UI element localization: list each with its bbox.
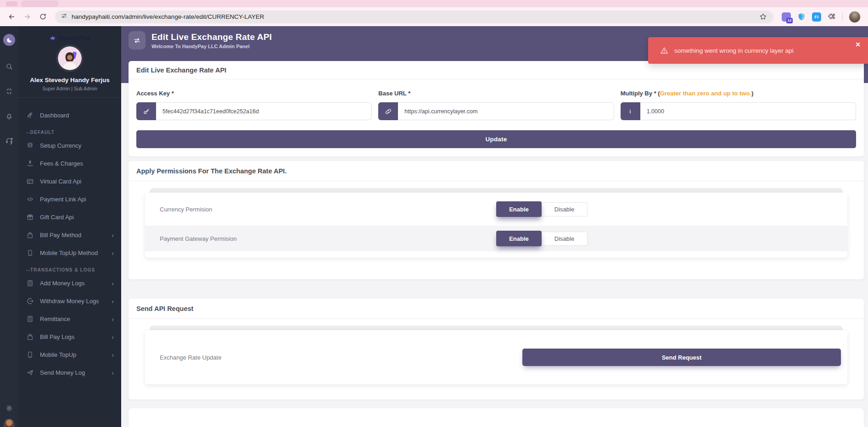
browser-tab[interactable] [21, 0, 59, 7]
sidebar-item-mobile-topup[interactable]: Mobile TopUp› [18, 346, 121, 364]
user-name: Alex Stevedy Handy Ferjus [18, 77, 121, 83]
sidebar-item-virtual-card-api[interactable]: Virtual Card Api [18, 172, 121, 190]
sidebar: HandyPay Alex Stevedy Handy Ferjus Super… [18, 26, 121, 427]
user-role: Super Admin | Sub Admin [18, 86, 121, 91]
sidebar-item-label: Gift Card Api [40, 214, 74, 221]
base-url-input[interactable] [398, 102, 614, 120]
extensions-area: 12 FI [782, 11, 861, 23]
reload-button[interactable] [36, 10, 50, 24]
sidebar-item-send-money-log[interactable]: Send Money Log› [18, 364, 121, 382]
permission-toggle-group: EnableDisable [496, 231, 588, 246]
browser-tabstrip [0, 0, 868, 7]
icon-rail [0, 26, 18, 427]
chevron-right-icon: › [112, 232, 114, 238]
rail-bottom [4, 404, 15, 427]
forward-button[interactable] [20, 10, 34, 24]
sidebar-item-label: Virtual Card Api [40, 178, 81, 185]
calc-icon [26, 279, 34, 287]
access-key-input[interactable] [156, 102, 372, 120]
permissions-card: Apply Permissions For The Exchange Rate … [129, 161, 864, 279]
sidebar-item-dashboard[interactable]: Dashboard [18, 106, 121, 124]
shield-extension-icon[interactable] [797, 12, 806, 22]
address-bar[interactable]: handypayhaiti.com/admin/live/exchange-ra… [55, 11, 773, 23]
chevron-right-icon: › [112, 316, 114, 322]
sidebar-item-label: Bill Pay Logs [40, 333, 74, 340]
sidebar-item-bill-pay-logs[interactable]: Bill Pay Logs› [18, 328, 121, 346]
fi-extension-icon[interactable]: FI [812, 12, 821, 22]
back-button[interactable] [5, 10, 18, 24]
gift-icon [26, 213, 34, 221]
nav-section-default: --Default [26, 130, 121, 135]
app-logo[interactable]: HandyPay [18, 26, 121, 42]
sidebar-item-payment-link-api[interactable]: Payment Link Api [18, 190, 121, 208]
withdraw-icon [26, 297, 34, 305]
send-request-button[interactable]: Send Request [522, 349, 841, 366]
sidebar-nav: Dashboard--DefaultSetup CurrencyFees & C… [18, 98, 121, 382]
fees-icon [26, 160, 34, 167]
page-header: Edit Live Exchange Rate API Welcome To H… [129, 31, 272, 50]
sidebar-item-fees-charges[interactable]: Fees & Charges [18, 155, 121, 172]
logo-text: HandyPay [59, 34, 90, 42]
user-avatar[interactable] [58, 46, 82, 70]
enable-button[interactable]: Enable [496, 201, 542, 217]
next-card-partial [129, 408, 864, 427]
bookmark-star-icon[interactable] [759, 12, 768, 22]
settings-gear-icon[interactable] [5, 404, 13, 412]
arrow-left-icon [8, 13, 16, 21]
sidebar-item-label: Add Money Logs [40, 280, 85, 287]
card-icon [26, 177, 34, 185]
exchange-arrows-icon [129, 31, 146, 50]
api-request-row: Exchange Rate Update Send Request [145, 330, 847, 384]
sidebar-item-mobile-topup-method[interactable]: Mobile TopUp Method› [18, 244, 121, 262]
toolbar-separator [842, 13, 843, 21]
update-button[interactable]: Update [136, 130, 856, 148]
dark-mode-toggle[interactable] [3, 34, 15, 46]
extension-icon[interactable]: 12 [782, 12, 791, 22]
chevron-right-icon: › [112, 351, 114, 358]
url-text[interactable]: handypayhaiti.com/admin/live/exchange-ra… [72, 13, 264, 20]
bag-icon [26, 231, 34, 239]
calc-icon [26, 315, 34, 323]
sidebar-item-remittance[interactable]: Remittance› [18, 310, 121, 328]
sidebar-item-bill-pay-method[interactable]: Bill Pay Method› [18, 226, 121, 244]
notifications-bell-icon[interactable] [5, 112, 13, 120]
tab-thumb-small[interactable] [6, 1, 17, 6]
toast-message: something went wrong in currency layer a… [674, 47, 794, 54]
base-url-field: Base URL * [378, 90, 614, 120]
permissions-list: Currency PermisionEnableDisablePayment G… [145, 193, 847, 258]
sidebar-item-label: Bill Pay Method [40, 232, 81, 238]
collapse-icon[interactable] [5, 87, 13, 95]
sidebar-item-add-money-logs[interactable]: Add Money Logs› [18, 274, 121, 292]
api-request-label: Exchange Rate Update [160, 354, 221, 361]
sidebar-item-gift-card-api[interactable]: Gift Card Api [18, 208, 121, 226]
card-title: Edit Live Exchange Rate API [129, 61, 864, 79]
edit-api-card: Edit Live Exchange Rate API Access Key *… [129, 61, 864, 156]
sidebar-item-label: Setup Currency [40, 142, 81, 149]
disable-button[interactable]: Disable [542, 202, 588, 216]
permissions-title: Apply Permissions For The Exchange Rate … [129, 161, 864, 181]
search-icon[interactable] [5, 62, 13, 71]
puzzle-extensions-icon[interactable] [827, 12, 836, 22]
warning-triangle-icon [660, 46, 668, 55]
multiply-by-input[interactable] [640, 102, 856, 120]
send-icon [26, 369, 34, 377]
toast-close-icon[interactable]: ✕ [855, 41, 861, 48]
sidebar-item-label: Remittance [40, 316, 70, 322]
sidebar-item-setup-currency[interactable]: Setup Currency [18, 137, 121, 155]
browser-profile-avatar[interactable] [849, 11, 861, 23]
permission-toggle-group: EnableDisable [496, 201, 588, 217]
chevron-right-icon: › [112, 280, 114, 287]
link-icon [378, 102, 398, 120]
disable-button[interactable]: Disable [542, 232, 588, 246]
rail-user-avatar[interactable] [4, 419, 15, 427]
enable-button[interactable]: Enable [496, 231, 542, 246]
bag-icon [26, 333, 34, 341]
phone-icon [26, 351, 34, 359]
send-api-request-card: Send API Request Exchange Rate Update Se… [129, 299, 864, 399]
site-settings-icon[interactable] [61, 12, 67, 21]
multiply-hint: Greater than zero and up to two. [660, 90, 751, 97]
sidebar-item-withdraw-money-logs[interactable]: Withdraw Money Logs› [18, 292, 121, 310]
chevron-right-icon: › [112, 250, 114, 256]
support-headset-icon[interactable] [5, 137, 13, 145]
arrow-right-icon [23, 13, 31, 21]
